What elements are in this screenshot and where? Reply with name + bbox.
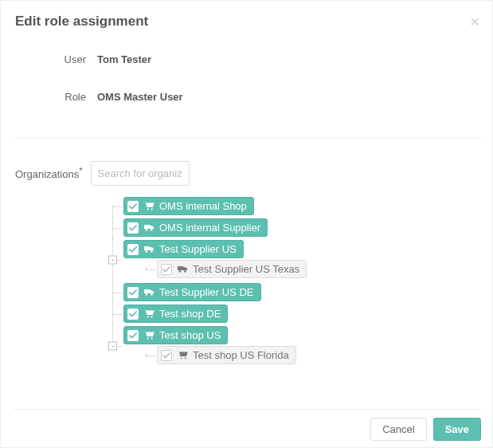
cart-icon (143, 309, 155, 318)
truck-icon (177, 265, 188, 273)
org-node[interactable]: OMS internal Supplier (123, 218, 268, 237)
org-label: Test shop US Florida (193, 349, 289, 361)
checkbox-icon[interactable] (161, 350, 172, 361)
role-value: OMS Master User (97, 91, 183, 103)
org-label: OMS internal Shop (159, 200, 247, 212)
cart-icon (143, 202, 155, 210)
truck-icon (143, 288, 155, 297)
expand-toggle[interactable]: - (108, 256, 117, 265)
cancel-button[interactable]: Cancel (370, 418, 426, 441)
user-row: User Tom Tester (14, 53, 481, 65)
expand-toggle[interactable]: - (108, 342, 117, 351)
org-node[interactable]: Test Supplier US DE (123, 283, 261, 301)
cart-icon (177, 351, 188, 360)
save-button[interactable]: Save (433, 418, 481, 441)
org-label: Test shop DE (159, 308, 221, 320)
org-node[interactable]: Test Supplier US (123, 240, 244, 258)
checkbox-icon[interactable] (127, 308, 139, 320)
dialog-header: Edit role assignment × (14, 10, 481, 29)
org-node[interactable]: Test Supplier US Texas (157, 260, 307, 278)
role-row: Role OMS Master User (14, 91, 481, 103)
edit-role-dialog: Edit role assignment × User Tom Tester R… (1, 1, 493, 448)
dialog-title: Edit role assignment (15, 14, 148, 29)
org-label: Test Supplier US DE (159, 286, 254, 298)
summary-section: User Tom Tester Role OMS Master User (14, 29, 481, 138)
required-mark: * (79, 166, 82, 175)
cart-icon (143, 331, 155, 340)
checkbox-icon[interactable] (161, 264, 172, 275)
checkbox-icon[interactable] (127, 287, 139, 298)
checkbox-icon[interactable] (127, 222, 139, 234)
organization-tree: OMS internal ShopOMS internal Supplier-T… (108, 195, 481, 367)
truck-icon (143, 245, 155, 253)
org-label: Test shop US (159, 329, 221, 341)
org-label: OMS internal Supplier (159, 222, 260, 234)
user-value: Tom Tester (97, 53, 151, 65)
divider (14, 138, 481, 139)
checkbox-icon[interactable] (127, 244, 139, 255)
organization-search-input[interactable] (91, 161, 190, 186)
checkbox-icon[interactable] (127, 330, 139, 341)
role-label: Role (14, 91, 97, 103)
org-label: Test Supplier US Texas (193, 263, 299, 275)
organizations-row: Organizations* (14, 161, 481, 186)
org-node[interactable]: Test shop US Florida (157, 346, 296, 364)
org-node[interactable]: OMS internal Shop (123, 197, 254, 215)
close-icon[interactable]: × (470, 14, 479, 29)
organizations-label: Organizations* (15, 166, 91, 180)
truck-icon (143, 223, 155, 232)
org-label: Test Supplier US (159, 243, 237, 255)
dialog-footer: Cancel Save (14, 409, 481, 441)
org-node[interactable]: Test shop US (123, 326, 228, 344)
org-node[interactable]: Test shop DE (123, 305, 228, 323)
checkbox-icon[interactable] (127, 201, 139, 212)
user-label: User (14, 53, 97, 65)
